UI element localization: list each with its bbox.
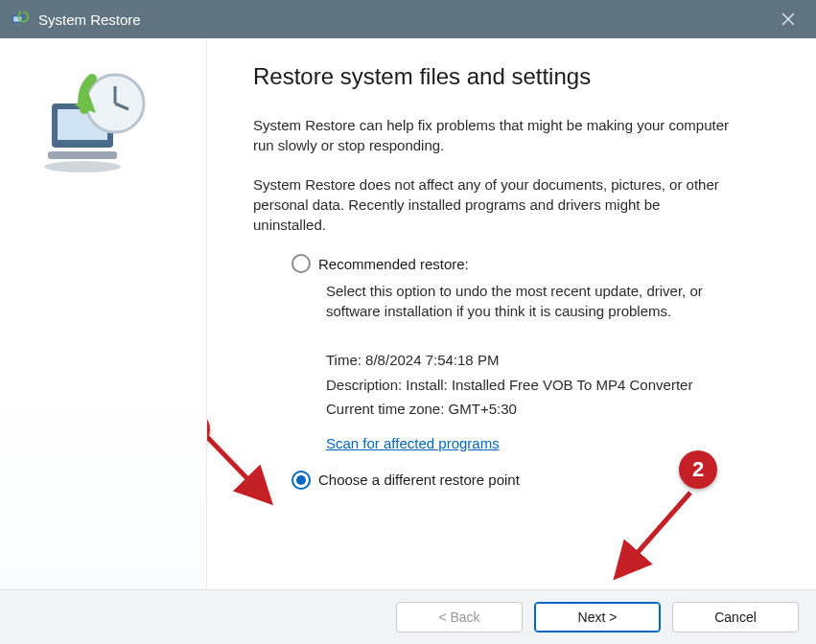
svg-marker-3 [18, 11, 21, 13]
restore-point-info: Time: 8/8/2024 7:54:18 PM Description: I… [326, 348, 774, 422]
scan-affected-programs-link[interactable]: Scan for affected programs [326, 435, 500, 451]
titlebar: System Restore [0, 0, 816, 38]
option-choose-different-label: Choose a different restore point [318, 472, 520, 488]
restore-point-timezone: Current time zone: GMT+5:30 [326, 397, 774, 422]
intro-paragraph-2: System Restore does not affect any of yo… [253, 174, 733, 235]
wizard-body: Restore system files and settings System… [0, 38, 816, 589]
back-button[interactable]: < Back [396, 602, 523, 632]
radio-choose-different[interactable] [291, 471, 311, 490]
svg-rect-6 [48, 151, 117, 159]
restore-point-description: Description: Install: Installed Free VOB… [326, 373, 774, 398]
intro-paragraph-1: System Restore can help fix problems tha… [253, 115, 733, 155]
annotation-arrow-2 [608, 487, 704, 583]
page-heading: Restore system files and settings [253, 63, 774, 90]
close-button[interactable] [766, 0, 810, 38]
option-recommended-desc: Select this option to undo the most rece… [326, 281, 738, 321]
app-icon [10, 10, 29, 29]
cancel-button[interactable]: Cancel [672, 602, 799, 632]
annotation-callout-1: 1 [207, 410, 210, 448]
restore-point-time: Time: 8/8/2024 7:54:18 PM [326, 348, 774, 373]
window-title: System Restore [38, 12, 766, 28]
svg-line-15 [619, 493, 690, 573]
annotation-callout-2: 2 [679, 450, 717, 489]
next-button[interactable]: Next > [534, 602, 661, 632]
sidebar [0, 38, 207, 589]
system-restore-window: System Restore [0, 0, 816, 644]
wizard-content: Restore system files and settings System… [207, 38, 816, 589]
svg-point-7 [44, 161, 121, 172]
wizard-footer: < Back Next > Cancel [0, 589, 816, 644]
svg-rect-2 [14, 24, 21, 26]
radio-recommended[interactable] [291, 254, 311, 273]
option-recommended[interactable]: Recommended restore: [291, 254, 774, 273]
option-recommended-label: Recommended restore: [318, 256, 469, 272]
system-restore-hero-icon [36, 67, 152, 182]
